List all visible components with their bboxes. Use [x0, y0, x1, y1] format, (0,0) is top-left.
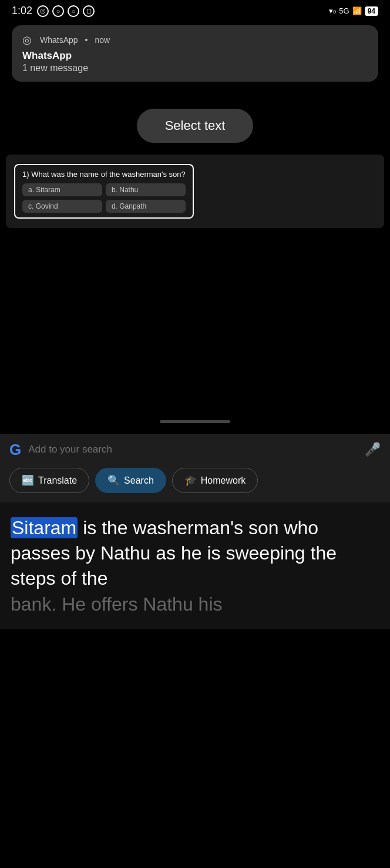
homework-label: Homework: [201, 475, 246, 486]
ocr-option-b: b. Nathu: [106, 183, 186, 196]
homework-icon: 🎓: [184, 474, 197, 487]
select-text-area: Select text: [0, 91, 390, 155]
whatsapp-status-icon: ◎: [37, 5, 49, 17]
ocr-option-d: d. Ganpath: [106, 200, 186, 213]
ocr-option-c: c. Govind: [22, 200, 102, 213]
notification-time: now: [95, 35, 110, 45]
black-space: [0, 228, 390, 434]
whatsapp-icon: ◎: [22, 33, 35, 46]
action-buttons: 🔤 Translate 🔍 Search 🎓 Homework: [9, 462, 381, 497]
google-search-bar: G 🎤: [9, 442, 381, 462]
homework-button[interactable]: 🎓 Homework: [172, 468, 258, 493]
status-icons: ◎ ○ ○ ◻: [37, 5, 95, 17]
signal-text: ▾₀: [329, 6, 336, 15]
notification-body: 1 new message: [22, 63, 368, 73]
result-faded-text: bank. He offers Nathu his: [11, 592, 379, 617]
search-icon: 🔍: [107, 474, 120, 487]
ocr-options: a. Sitaram b. Nathu c. Govind d. Ganpath: [22, 183, 186, 213]
app3-status-icon: ○: [68, 5, 79, 17]
search-label: Search: [124, 475, 154, 486]
camera-ocr-area: 1) What was the name of the washerman's …: [6, 155, 384, 228]
status-left: 1:02 ◎ ○ ○ ◻: [12, 5, 95, 17]
notification-area: ◎ WhatsApp • now WhatsApp 1 new message: [0, 21, 390, 91]
home-indicator: [160, 420, 230, 423]
ocr-question: 1) What was the name of the washerman's …: [22, 170, 186, 179]
google-bar-area: G 🎤 🔤 Translate 🔍 Search 🎓 Homework: [0, 434, 390, 502]
battery-indicator: 94: [365, 6, 378, 16]
translate-label: Translate: [38, 475, 77, 486]
mic-icon[interactable]: 🎤: [365, 442, 381, 457]
network-type: 5G: [339, 6, 349, 15]
result-area: Sitaram is the washerman's son who passe…: [0, 502, 390, 629]
search-button[interactable]: 🔍 Search: [95, 468, 166, 493]
highlight-word: Sitaram: [11, 517, 78, 538]
status-time: 1:02: [12, 5, 32, 17]
notification-header: ◎ WhatsApp • now: [22, 33, 368, 46]
status-bar: 1:02 ◎ ○ ○ ◻ ▾₀ 5G 📶 94: [0, 0, 390, 21]
instagram-status-icon: ○: [52, 5, 64, 17]
notification-title: WhatsApp: [22, 50, 368, 62]
google-logo: G: [9, 442, 21, 457]
ocr-frame: 1) What was the name of the washerman's …: [14, 164, 194, 219]
translate-button[interactable]: 🔤 Translate: [9, 468, 89, 493]
translate-icon: 🔤: [22, 474, 34, 487]
result-text: Sitaram is the washerman's son who passe…: [11, 515, 379, 592]
select-text-button[interactable]: Select text: [137, 109, 254, 143]
notification-app-name: WhatsApp: [40, 35, 78, 45]
notification-card[interactable]: ◎ WhatsApp • now WhatsApp 1 new message: [12, 25, 378, 82]
status-right: ▾₀ 5G 📶 94: [329, 6, 378, 16]
notification-dot: •: [85, 35, 88, 45]
ocr-option-a: a. Sitaram: [22, 183, 102, 196]
google-search-input[interactable]: [28, 444, 358, 455]
app4-status-icon: ◻: [83, 5, 95, 17]
signal-bars: 📶: [352, 6, 362, 15]
